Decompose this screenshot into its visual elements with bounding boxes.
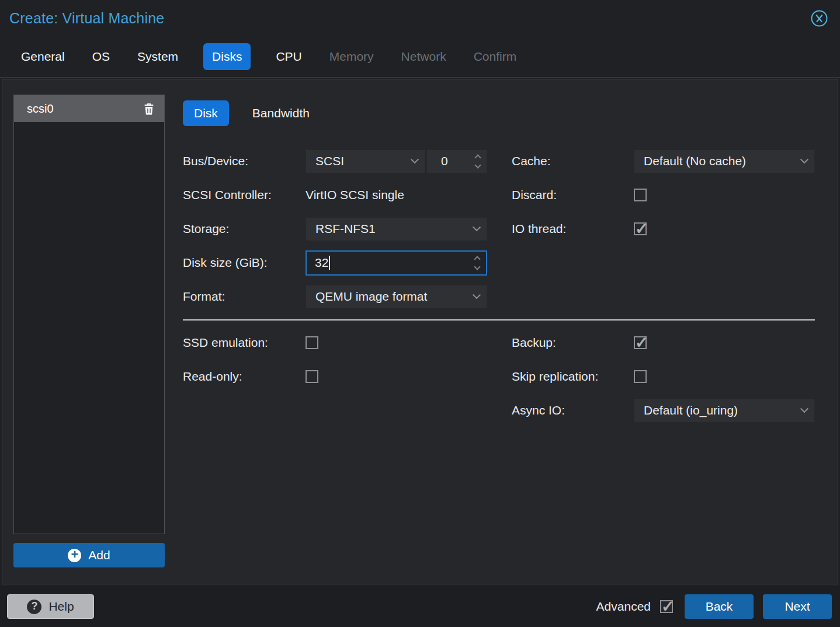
disk-list-column: scsi0 Add (13, 95, 165, 567)
close-icon[interactable] (810, 9, 828, 27)
back-button[interactable]: Back (685, 594, 754, 619)
io-thread-checkbox[interactable] (634, 222, 647, 235)
format-select[interactable]: QEMU image format (306, 285, 487, 309)
add-button-label: Add (88, 548, 110, 562)
ssd-emulation-checkbox[interactable] (306, 336, 318, 349)
scsi-controller-label: SCSI Controller: (183, 178, 306, 212)
discard-label: Discard: (512, 178, 634, 212)
skip-replication-checkbox[interactable] (634, 370, 647, 383)
chevron-down-icon (473, 223, 481, 231)
help-button[interactable]: Help (7, 594, 94, 619)
skip-replication-label: Skip replication: (512, 360, 634, 393)
cache-label: Cache: (512, 144, 634, 178)
dialog-header: Create: Virtual Machine (0, 0, 840, 36)
tab-os[interactable]: OS (92, 50, 110, 64)
cache-select[interactable]: Default (No cache) (634, 149, 815, 173)
advanced-checkbox[interactable] (660, 600, 673, 613)
disk-size-label: Disk size (GiB): (183, 246, 306, 280)
question-circle-icon (27, 600, 41, 614)
storage-select-value: RSF-NFS1 (315, 222, 376, 236)
spinner-arrows-icon[interactable] (474, 155, 482, 168)
disk-form-column: Disk Bandwidth Bus/Device: SCSI 0 (183, 100, 814, 584)
tab-bandwidth[interactable]: Bandwidth (252, 106, 310, 120)
disk-size-value: 32 (315, 256, 328, 270)
discard-checkbox[interactable] (634, 189, 647, 201)
backup-label: Backup: (512, 326, 634, 360)
tab-general[interactable]: General (21, 50, 65, 64)
text-cursor (329, 256, 330, 270)
tab-disks[interactable]: Disks (203, 43, 251, 70)
dialog-title: Create: Virtual Machine (9, 10, 164, 27)
tab-disk[interactable]: Disk (183, 100, 229, 126)
tab-confirm: Confirm (474, 50, 517, 64)
dialog-footer: Help Advanced Back Next (0, 586, 840, 627)
trash-icon[interactable] (142, 102, 156, 116)
io-thread-label: IO thread: (512, 212, 634, 246)
wizard-tabbar: General OS System Disks CPU Memory Netwo… (0, 36, 840, 78)
chevron-down-icon (800, 155, 808, 163)
read-only-label: Read-only: (183, 360, 306, 393)
advanced-label: Advanced (596, 600, 651, 614)
bus-select[interactable]: SCSI (306, 149, 425, 173)
format-label: Format: (183, 280, 306, 314)
add-disk-button[interactable]: Add (13, 543, 165, 567)
disk-list: scsi0 (13, 95, 165, 534)
tab-network: Network (401, 50, 446, 64)
backup-checkbox[interactable] (634, 336, 647, 349)
disk-item-label: scsi0 (27, 102, 54, 116)
storage-label: Storage: (183, 212, 306, 246)
disk-inner-tabbar: Disk Bandwidth (183, 100, 814, 126)
async-io-select[interactable]: Default (io_uring) (634, 399, 815, 423)
scsi-controller-value: VirtIO SCSI single (306, 178, 487, 212)
storage-select[interactable]: RSF-NFS1 (306, 217, 487, 241)
chevron-down-icon (800, 405, 808, 413)
disk-form: Bus/Device: SCSI 0 Cache: (183, 144, 814, 427)
ssd-emulation-label: SSD emulation: (183, 326, 306, 360)
async-io-label: Async IO: (512, 393, 634, 427)
device-number-stepper[interactable]: 0 (426, 149, 487, 173)
chevron-down-icon (411, 155, 419, 163)
tab-memory: Memory (329, 50, 374, 64)
read-only-checkbox[interactable] (306, 370, 318, 383)
bus-device-label: Bus/Device: (183, 144, 306, 178)
form-separator (183, 319, 815, 321)
disks-panel: scsi0 Add Disk Bandwidth (2, 79, 838, 584)
cache-select-value: Default (No cache) (644, 154, 746, 168)
tab-cpu[interactable]: CPU (276, 50, 301, 64)
create-vm-dialog: Create: Virtual Machine General OS Syste… (0, 0, 840, 627)
next-button[interactable]: Next (763, 594, 832, 619)
device-number-value: 0 (441, 154, 448, 168)
bus-select-value: SCSI (315, 154, 344, 168)
chevron-down-icon (473, 291, 481, 299)
tab-system[interactable]: System (137, 50, 178, 64)
help-button-label: Help (48, 600, 74, 614)
disk-size-input[interactable]: 32 (306, 250, 487, 276)
format-select-value: QEMU image format (315, 290, 427, 304)
spinner-arrows-icon[interactable] (473, 257, 481, 269)
async-io-select-value: Default (io_uring) (644, 403, 738, 417)
disk-list-item-scsi0[interactable]: scsi0 (14, 95, 164, 122)
plus-circle-icon (68, 549, 81, 562)
